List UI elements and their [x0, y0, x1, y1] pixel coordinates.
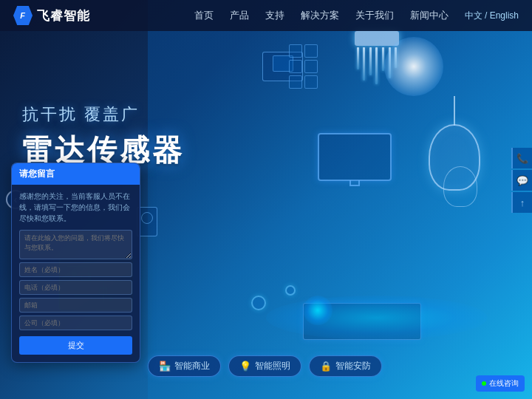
tag-smart-business-label: 智能商业	[174, 360, 210, 372]
nav-news[interactable]: 新闻中心	[410, 9, 449, 22]
logo-icon: F	[13, 6, 33, 25]
logo-text: 飞睿智能	[37, 7, 90, 24]
smart-security-icon: 🔒	[320, 361, 332, 372]
tv-stand	[349, 180, 360, 186]
smart-business-icon: 🏪	[159, 361, 171, 372]
appliance-grid	[289, 44, 318, 89]
gear-deco-1	[251, 296, 266, 310]
swing-chair-decoration	[421, 96, 488, 200]
nav-language[interactable]: 中文 / English	[465, 10, 519, 22]
right-tools-panel: 📞 💬 ↑	[511, 148, 532, 213]
tag-smart-business[interactable]: 🏪 智能商业	[148, 355, 221, 377]
logo[interactable]: F 飞睿智能	[13, 6, 90, 25]
tv-decoration	[318, 133, 392, 181]
chat-submit-button[interactable]: 提交	[19, 336, 132, 355]
tag-smart-lighting[interactable]: 💡 智能照明	[228, 355, 301, 377]
tag-smart-lighting-label: 智能照明	[255, 360, 290, 372]
chat-phone-input[interactable]	[19, 280, 132, 295]
nav-about[interactable]: 关于我们	[355, 9, 394, 22]
chat-company-input[interactable]	[19, 316, 132, 330]
nav-products[interactable]: 产品	[230, 9, 249, 22]
ceiling-light	[384, 37, 443, 96]
chat-description: 感谢您的关注，当前客服人员不在线，请填写一下您的信息，我们会尽快和您联系。	[19, 191, 132, 224]
glow-dot	[303, 296, 332, 325]
chat-message-input[interactable]	[19, 230, 132, 259]
phone-tool-button[interactable]: 📞	[511, 148, 532, 168]
nav-support[interactable]: 支持	[265, 9, 284, 22]
hero-subtitle: 抗干扰 覆盖广	[22, 103, 185, 126]
tag-smart-security[interactable]: 🔒 智能安防	[309, 355, 382, 377]
hero-text-block: 抗干扰 覆盖广 雷达传感器	[22, 103, 185, 171]
nav-links: 首页 产品 支持 解决方案 关于我们 新闻中心 中文 / English	[194, 9, 519, 22]
tag-smart-security-label: 智能安防	[335, 360, 371, 372]
navbar: F 飞睿智能 首页 产品 支持 解决方案 关于我们 新闻中心 中文 / Engl…	[0, 0, 532, 31]
service-status-dot	[482, 381, 486, 386]
chat-name-input[interactable]	[19, 262, 132, 277]
nav-home[interactable]: 首页	[194, 9, 214, 22]
scroll-top-button[interactable]: ↑	[511, 192, 532, 213]
online-service-button[interactable]: 在线咨询	[476, 375, 525, 392]
smart-lighting-icon: 💡	[239, 361, 251, 372]
online-service-label: 在线咨询	[489, 378, 519, 389]
chat-tool-button[interactable]: 💬	[511, 170, 532, 191]
nav-solutions[interactable]: 解决方案	[301, 9, 339, 22]
chat-header: 请您留言	[12, 163, 140, 185]
bottom-tags: 🏪 智能商业 💡 智能照明 🔒 智能安防	[148, 355, 382, 377]
chat-popup: 请您留言 感谢您的关注，当前客服人员不在线，请填写一下您的信息，我们会尽快和您联…	[11, 163, 140, 363]
chat-email-input[interactable]	[19, 298, 132, 313]
floor-glow	[266, 296, 488, 340]
gear-deco-2	[285, 285, 296, 296]
